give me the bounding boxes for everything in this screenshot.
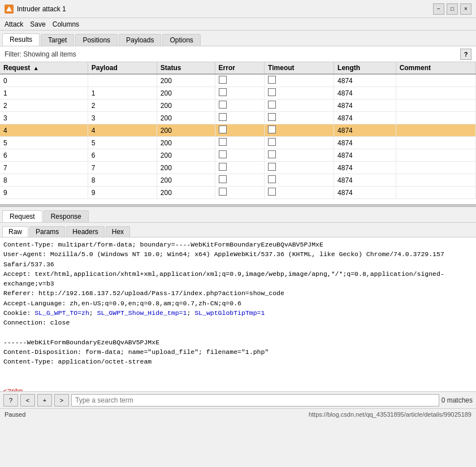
tab-request[interactable]: Request	[2, 210, 42, 222]
col-timeout[interactable]: Timeout	[265, 62, 334, 74]
cell-length: 4874	[334, 137, 396, 149]
checkbox[interactable]	[268, 150, 276, 158]
table-row[interactable]: 5 5 200 4874	[0, 137, 476, 149]
checkbox[interactable]	[219, 188, 227, 196]
checkbox[interactable]	[268, 76, 276, 84]
search-input[interactable]	[71, 394, 439, 407]
cell-error	[215, 187, 265, 199]
cell-error	[215, 112, 265, 124]
tab-positions[interactable]: Positions	[75, 34, 118, 46]
cell-request: 6	[0, 149, 88, 162]
checkbox[interactable]	[219, 113, 227, 121]
tab-options[interactable]: Options	[162, 34, 200, 46]
table-row[interactable]: 9 9 200 4874	[0, 187, 476, 199]
maximize-button[interactable]: □	[447, 3, 458, 15]
status-bar: Paused https://blog.csdn.net/qq_43531895…	[0, 408, 476, 420]
checkbox[interactable]	[219, 88, 227, 96]
inner-tabs: Raw Params Headers Hex	[0, 223, 476, 237]
table-row[interactable]: 1 1 200 4874	[0, 87, 476, 100]
table-row[interactable]: 0 200 4874	[0, 74, 476, 87]
content-line-empty2	[3, 366, 473, 376]
cell-length: 4874	[334, 100, 396, 112]
col-status[interactable]: Status	[157, 62, 215, 74]
tab-params[interactable]: Params	[29, 226, 65, 237]
content-line-conn: Connection: close	[3, 318, 473, 327]
cell-comment	[396, 74, 475, 87]
cell-error	[215, 162, 265, 174]
menu-attack[interactable]: Attack	[5, 20, 23, 28]
sort-arrow: ▲	[33, 65, 39, 71]
cell-payload: 2	[88, 100, 157, 112]
col-error[interactable]: Error	[215, 62, 265, 74]
checkbox[interactable]	[219, 150, 227, 158]
status-url: https://blog.csdn.net/qq_43531895/articl…	[309, 411, 471, 418]
cell-payload: 6	[88, 149, 157, 162]
menu-columns[interactable]: Columns	[53, 20, 79, 28]
cell-timeout	[265, 149, 334, 162]
main-tab-bar: Results Target Positions Payloads Option…	[0, 31, 476, 46]
prev-button[interactable]: <	[20, 394, 35, 407]
checkbox[interactable]	[219, 163, 227, 171]
checkbox[interactable]	[219, 126, 227, 133]
checkbox[interactable]	[268, 188, 276, 196]
checkbox[interactable]	[219, 101, 227, 109]
cell-payload: 8	[88, 174, 157, 187]
cell-payload: 3	[88, 112, 157, 124]
checkbox[interactable]	[268, 126, 276, 133]
help-button[interactable]: ?	[3, 394, 18, 407]
tab-target[interactable]: Target	[41, 34, 74, 46]
cell-request: 0	[0, 74, 88, 87]
col-payload[interactable]: Payload	[88, 62, 157, 74]
cell-length: 4874	[334, 174, 396, 187]
cell-request: 5	[0, 137, 88, 149]
col-comment[interactable]: Comment	[396, 62, 475, 74]
cell-error	[215, 124, 265, 137]
bottom-bar: ? < + > 0 matches	[0, 391, 476, 408]
checkbox[interactable]	[268, 175, 276, 183]
checkbox[interactable]	[268, 101, 276, 109]
cell-request: 7	[0, 162, 88, 174]
tab-results[interactable]: Results	[2, 33, 40, 46]
cell-comment	[396, 149, 475, 162]
col-request[interactable]: Request ▲	[0, 62, 88, 74]
cell-error	[215, 137, 265, 149]
checkbox[interactable]	[268, 138, 276, 146]
cell-status: 200	[157, 124, 215, 137]
cell-timeout	[265, 74, 334, 87]
table-row[interactable]: 4 4 200 4874	[0, 124, 476, 137]
table-row[interactable]: 6 6 200 4874	[0, 149, 476, 162]
cell-timeout	[265, 137, 334, 149]
checkbox[interactable]	[268, 163, 276, 171]
checkbox[interactable]	[219, 138, 227, 146]
col-length[interactable]: Length	[334, 62, 396, 74]
table-row[interactable]: 3 3 200 4874	[0, 112, 476, 124]
filter-help-button[interactable]: ?	[460, 49, 471, 60]
cell-payload: 1	[88, 87, 157, 100]
tab-response[interactable]: Response	[44, 210, 89, 222]
content-line-2: User-Agent: Mozilla/5.0 (Windows NT 10.0…	[3, 249, 473, 269]
table-row[interactable]: 8 8 200 4874	[0, 174, 476, 187]
cell-request: 1	[0, 87, 88, 100]
table-row[interactable]: 7 7 200 4874	[0, 162, 476, 174]
cell-comment	[396, 87, 475, 100]
app-icon	[5, 5, 14, 14]
results-table-container: Request ▲ Payload Status Error Timeout L…	[0, 62, 476, 205]
add-button[interactable]: +	[37, 394, 52, 407]
tab-raw[interactable]: Raw	[2, 226, 28, 237]
checkbox[interactable]	[219, 76, 227, 84]
checkbox[interactable]	[268, 88, 276, 96]
tab-payloads[interactable]: Payloads	[119, 34, 161, 46]
minimize-button[interactable]: −	[433, 3, 444, 15]
checkbox[interactable]	[268, 113, 276, 121]
req-res-tabs: Request Response	[0, 207, 476, 223]
cell-timeout	[265, 187, 334, 199]
table-row[interactable]: 2 2 200 4874	[0, 100, 476, 112]
close-button[interactable]: ×	[460, 3, 471, 15]
next-button[interactable]: >	[54, 394, 69, 407]
tab-headers[interactable]: Headers	[66, 226, 104, 237]
checkbox[interactable]	[219, 175, 227, 183]
tab-hex[interactable]: Hex	[106, 226, 130, 237]
menu-save[interactable]: Save	[30, 20, 45, 28]
title-bar: Intruder attack 1 − □ ×	[0, 0, 476, 18]
content-line-empty1	[3, 327, 473, 337]
